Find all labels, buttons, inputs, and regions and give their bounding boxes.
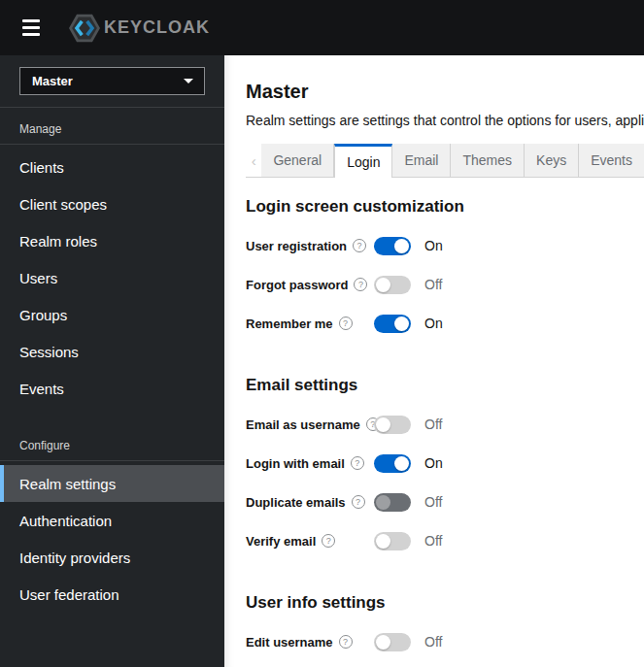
toggle-state-label: On	[424, 316, 443, 331]
realm-selector-wrap: Master	[0, 55, 224, 108]
toggle-state-label: On	[424, 238, 443, 253]
toggle-row-duplicate-emails: Duplicate emails?Off	[246, 483, 644, 521]
toggle-state-label: Off	[424, 494, 442, 510]
section-heading: Login screen customization	[246, 197, 644, 217]
toggle-knob	[376, 635, 390, 650]
nav-section-configure: ConfigureRealm settingsAuthenticationIde…	[0, 424, 224, 613]
email-as-username-toggle[interactable]	[374, 416, 411, 434]
row-label-wrap: Email as username?	[246, 417, 374, 432]
toggle-row-remember-me: Remember me?On	[246, 304, 644, 343]
section-user-info-settings: User info settingsEdit username?Off	[246, 593, 644, 661]
toggle-state-label: On	[424, 455, 443, 471]
question-circle-icon[interactable]: ?	[352, 495, 365, 509]
sidebar-item-sessions[interactable]: Sessions	[0, 333, 224, 370]
settings-root: Login screen customizationUser registrat…	[246, 197, 644, 661]
brand-wordmark: KEYCLOAK	[104, 17, 210, 38]
sidebar-item-events[interactable]: Events	[0, 370, 224, 407]
question-circle-icon[interactable]: ?	[354, 278, 367, 291]
sidebar-item-clients[interactable]: Clients	[0, 149, 224, 185]
section-heading: User info settings	[246, 593, 644, 613]
sidebar-item-user-federation[interactable]: User federation	[0, 576, 224, 613]
row-label-wrap: Login with email?	[246, 456, 374, 471]
toggle-row-login-with-email: Login with email?On	[246, 444, 644, 483]
toggle-knob	[394, 239, 409, 253]
toggle-row-email-as-username: Email as username?Off	[246, 405, 644, 444]
row-label-wrap: Forgot password?	[246, 278, 374, 292]
chevron-left-icon[interactable]: ‹	[246, 144, 261, 178]
question-circle-icon[interactable]: ?	[322, 534, 335, 548]
toggle-knob	[394, 317, 409, 331]
row-label-wrap: User registration?	[246, 239, 374, 253]
tab-themes[interactable]: Themes	[451, 144, 525, 178]
hamburger-icon[interactable]	[18, 16, 44, 40]
keycloak-logo: KEYCLOAK	[67, 13, 210, 44]
sidebar-item-authentication[interactable]: Authentication	[0, 502, 224, 539]
question-circle-icon[interactable]: ?	[353, 239, 366, 252]
forgot-password-toggle[interactable]	[374, 276, 411, 294]
toggle-knob	[376, 278, 390, 292]
question-circle-icon[interactable]: ?	[339, 635, 353, 649]
tab-bar: ‹ GeneralLoginEmailThemesKeysEvents	[246, 144, 644, 178]
realm-selector[interactable]: Master	[19, 67, 205, 95]
toggle-state-label: Off	[424, 277, 442, 292]
tab-login[interactable]: Login	[334, 144, 392, 178]
tab-email[interactable]: Email	[392, 144, 451, 178]
row-label-wrap: Remember me?	[246, 317, 374, 331]
row-label-wrap: Duplicate emails?	[246, 495, 374, 510]
sidebar-item-client-scopes[interactable]: Client scopes	[0, 185, 224, 222]
question-circle-icon[interactable]: ?	[351, 456, 364, 470]
chevron-down-icon	[184, 79, 193, 83]
toggle-state-label: Off	[424, 634, 442, 650]
row-label: Email as username	[246, 417, 360, 432]
user-registration-toggle[interactable]	[374, 237, 411, 255]
row-label: Remember me	[246, 317, 333, 331]
row-label: Edit username	[246, 635, 333, 650]
toggle-state-label: Off	[424, 533, 442, 549]
edit-username-toggle[interactable]	[374, 633, 411, 651]
toggle-row-verify-email: Verify email?Off	[246, 521, 644, 560]
login-with-email-toggle[interactable]	[374, 454, 411, 473]
sidebar-item-users[interactable]: Users	[0, 259, 224, 296]
toggle-knob	[394, 456, 409, 471]
tab-events[interactable]: Events	[579, 144, 644, 178]
masthead: KEYCLOAK	[0, 0, 644, 55]
toggle-row-edit-username: Edit username?Off	[246, 622, 644, 661]
toggle-knob	[376, 534, 390, 549]
sidebar: Master ManageClientsClient scopesRealm r…	[0, 55, 224, 667]
row-label-wrap: Edit username?	[246, 635, 374, 650]
realm-selector-value: Master	[32, 74, 73, 88]
main-content: Master Realm settings are settings that …	[224, 55, 644, 667]
toggle-state-label: Off	[424, 417, 442, 432]
toggle-row-user-registration: User registration?On	[246, 226, 644, 265]
sidebar-item-groups[interactable]: Groups	[0, 296, 224, 333]
page-description: Realm settings are settings that control…	[246, 112, 644, 129]
section-email-settings: Email settingsEmail as username?OffLogin…	[246, 376, 644, 560]
row-label: Login with email	[246, 456, 345, 471]
toggle-row-forgot-password: Forgot password?Off	[246, 265, 644, 304]
sidebar-item-identity-providers[interactable]: Identity providers	[0, 539, 224, 576]
section-login-screen-customization: Login screen customizationUser registrat…	[246, 197, 644, 343]
sidebar-item-realm-settings[interactable]: Realm settings	[0, 465, 224, 502]
page-title: Master	[246, 81, 644, 103]
duplicate-emails-toggle	[374, 493, 411, 512]
sidebar-item-realm-roles[interactable]: Realm roles	[0, 222, 224, 259]
toggle-knob	[376, 495, 390, 510]
verify-email-toggle[interactable]	[374, 532, 411, 550]
nav-list: Realm settingsAuthenticationIdentity pro…	[0, 461, 224, 613]
row-label: User registration	[246, 239, 347, 253]
nav-section-title: Configure	[0, 424, 224, 461]
nav-section-title: Manage	[0, 108, 224, 145]
toggle-knob	[376, 417, 390, 432]
nav-section-manage: ManageClientsClient scopesRealm rolesUse…	[0, 108, 224, 407]
section-heading: Email settings	[246, 376, 644, 395]
row-label-wrap: Verify email?	[246, 534, 374, 549]
question-circle-icon[interactable]: ?	[339, 317, 353, 330]
remember-me-toggle[interactable]	[374, 315, 411, 333]
row-label: Duplicate emails	[246, 495, 346, 510]
sidebar-nav: ManageClientsClient scopesRealm rolesUse…	[0, 108, 224, 613]
keycloak-hexagon-icon	[67, 13, 102, 44]
row-label: Forgot password	[246, 278, 348, 292]
tab-keys[interactable]: Keys	[525, 144, 579, 178]
tab-general[interactable]: General	[261, 144, 334, 178]
nav-list: ClientsClient scopesRealm rolesUsersGrou…	[0, 145, 224, 407]
